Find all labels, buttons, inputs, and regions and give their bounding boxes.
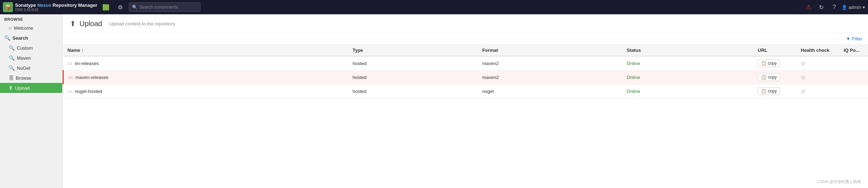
user-icon: 👤 bbox=[842, 5, 847, 10]
repo-icon: ▭ bbox=[68, 74, 73, 80]
search-nav-icon: 🔍 bbox=[4, 35, 10, 41]
repo-icon: ▭ bbox=[68, 60, 72, 66]
user-menu[interactable]: 👤 admin ▾ bbox=[842, 5, 865, 10]
page-header-icon: ⬆ bbox=[70, 19, 76, 28]
main-content: ⬆ Upload Upload content to the repositor… bbox=[63, 14, 868, 188]
browse-icon: 🗄 bbox=[9, 75, 14, 81]
cell-format: maven2 bbox=[478, 70, 622, 84]
cell-status: Online bbox=[622, 56, 753, 70]
welcome-icon: ○ bbox=[9, 25, 11, 31]
sidebar-item-maven[interactable]: 🔍 Maven bbox=[0, 53, 62, 63]
repositories-table: Name ↑ Type Format Status URL bbox=[63, 45, 868, 98]
status-badge: Online bbox=[627, 75, 640, 80]
settings-icon[interactable]: ⚙ bbox=[115, 1, 126, 13]
status-badge: Online bbox=[627, 89, 640, 94]
app-title: Sonatype Nexus Repository Manager bbox=[15, 3, 97, 8]
col-header-name: Name ↑ bbox=[63, 45, 348, 56]
cell-type: hosted bbox=[348, 84, 478, 98]
layout: Browse ○ Welcome 🔍 Search 🔍 Custom 🔍 Mav… bbox=[0, 14, 868, 188]
cell-iq bbox=[839, 84, 868, 98]
repo-icon: ▭ bbox=[68, 88, 72, 94]
copy-icon: 📋 bbox=[761, 89, 766, 94]
health-icon: ⊘ bbox=[801, 60, 805, 66]
sidebar: Browse ○ Welcome 🔍 Search 🔍 Custom 🔍 Mav… bbox=[0, 14, 63, 188]
sidebar-item-custom[interactable]: 🔍 Custom bbox=[0, 43, 62, 53]
cell-status: Online bbox=[622, 84, 753, 98]
health-icon: ⊘ bbox=[801, 88, 805, 94]
page-subtitle: Upload content to the repository bbox=[109, 21, 175, 26]
filter-label: Filter bbox=[852, 36, 862, 41]
cell-format: nuget bbox=[478, 84, 622, 98]
col-header-url: URL bbox=[753, 45, 796, 56]
refresh-icon[interactable]: ↻ bbox=[816, 1, 827, 13]
col-header-status: Status bbox=[622, 45, 753, 56]
copy-icon: 📋 bbox=[761, 75, 766, 80]
cell-iq bbox=[839, 56, 868, 70]
sidebar-item-upload[interactable]: ⬆ Upload bbox=[0, 83, 62, 93]
sidebar-item-welcome[interactable]: ○ Welcome bbox=[0, 23, 62, 33]
copy-url-button[interactable]: 📋 copy bbox=[758, 59, 780, 67]
status-badge: Online bbox=[627, 61, 640, 66]
cell-health: ⊘ bbox=[796, 84, 839, 98]
table-body: ▭ im-releases hosted maven2 Online 📋 cop… bbox=[63, 56, 868, 98]
brand: 📦 Sonatype Nexus Repository Manager OSS … bbox=[3, 2, 97, 12]
help-icon[interactable]: ? bbox=[829, 1, 840, 13]
cell-iq bbox=[839, 70, 868, 84]
sidebar-label-custom: Custom bbox=[17, 45, 33, 51]
cell-type: hosted bbox=[348, 70, 478, 84]
filter-button[interactable]: ▼ Filter bbox=[846, 36, 862, 41]
search-input[interactable] bbox=[140, 5, 197, 10]
sidebar-label-welcome: Welcome bbox=[14, 25, 33, 31]
maven-icon: 🔍 bbox=[9, 55, 15, 61]
col-header-type: Type bbox=[348, 45, 478, 56]
copy-url-button[interactable]: 📋 copy bbox=[758, 73, 780, 81]
cell-url: 📋 copy bbox=[753, 70, 796, 84]
table-row[interactable]: ▭ im-releases hosted maven2 Online 📋 cop… bbox=[63, 56, 868, 70]
filter-icon: ▼ bbox=[846, 36, 850, 41]
brand-icon: 📦 bbox=[3, 2, 13, 12]
cell-status: Online bbox=[622, 70, 753, 84]
copy-icon: 📋 bbox=[761, 61, 766, 66]
col-header-health: Health check bbox=[796, 45, 839, 56]
table-row[interactable]: ▭ maven-releases hosted maven2 Online 📋 … bbox=[63, 70, 868, 84]
cell-health: ⊘ bbox=[796, 70, 839, 84]
table-toolbar: ▼ Filter bbox=[63, 33, 868, 45]
col-header-iq: IQ Po... bbox=[839, 45, 868, 56]
sidebar-item-search[interactable]: 🔍 Search bbox=[0, 33, 62, 43]
cell-format: maven2 bbox=[478, 56, 622, 70]
cell-health: ⊘ bbox=[796, 56, 839, 70]
sidebar-item-browse[interactable]: 🗄 Browse bbox=[0, 73, 62, 83]
sidebar-label-upload: Upload bbox=[15, 85, 30, 91]
navbar-right: ⚠ ↻ ? 👤 admin ▾ bbox=[803, 1, 865, 13]
cell-url: 📋 copy bbox=[753, 56, 796, 70]
sidebar-label-search: Search bbox=[13, 35, 28, 41]
cell-name: ▭ im-releases bbox=[63, 56, 348, 70]
table-row[interactable]: ▭ nuget-hosted hosted nuget Online 📋 cop… bbox=[63, 84, 868, 98]
table-header: Name ↑ Type Format Status URL bbox=[63, 45, 868, 56]
custom-icon: 🔍 bbox=[9, 45, 15, 51]
user-chevron-icon: ▾ bbox=[863, 5, 865, 10]
cell-name: ▭ nuget-hosted bbox=[63, 84, 348, 98]
sidebar-label-maven: Maven bbox=[17, 55, 31, 61]
navbar: 📦 Sonatype Nexus Repository Manager OSS … bbox=[0, 0, 868, 14]
cell-type: hosted bbox=[348, 56, 478, 70]
sidebar-label-nuget: NuGet bbox=[17, 65, 30, 71]
upload-nav-icon: ⬆ bbox=[9, 85, 13, 91]
sidebar-label-browse: Browse bbox=[16, 75, 31, 81]
username-label: admin bbox=[849, 5, 861, 10]
alert-icon[interactable]: ⚠ bbox=[803, 1, 814, 13]
cell-url: 📋 copy bbox=[753, 84, 796, 98]
footer-note: CSDN @伏加特遇上西柚 bbox=[817, 179, 861, 184]
copy-url-button[interactable]: 📋 copy bbox=[758, 87, 780, 95]
nuget-icon: 🔍 bbox=[9, 65, 15, 71]
sidebar-section-title: Browse bbox=[0, 14, 62, 23]
health-icon: ⊘ bbox=[801, 74, 805, 80]
nav-cube-icon[interactable]: 🟩 bbox=[100, 1, 112, 13]
app-version: OSS 3.43.0-01 bbox=[15, 8, 97, 12]
cell-name: ▭ maven-releases bbox=[63, 70, 348, 84]
brand-text: Sonatype Nexus Repository Manager OSS 3.… bbox=[15, 3, 97, 12]
search-icon: 🔍 bbox=[132, 5, 137, 10]
search-box[interactable]: 🔍 bbox=[129, 3, 200, 12]
sidebar-item-nuget[interactable]: 🔍 NuGet bbox=[0, 63, 62, 73]
page-title: Upload bbox=[79, 20, 102, 28]
